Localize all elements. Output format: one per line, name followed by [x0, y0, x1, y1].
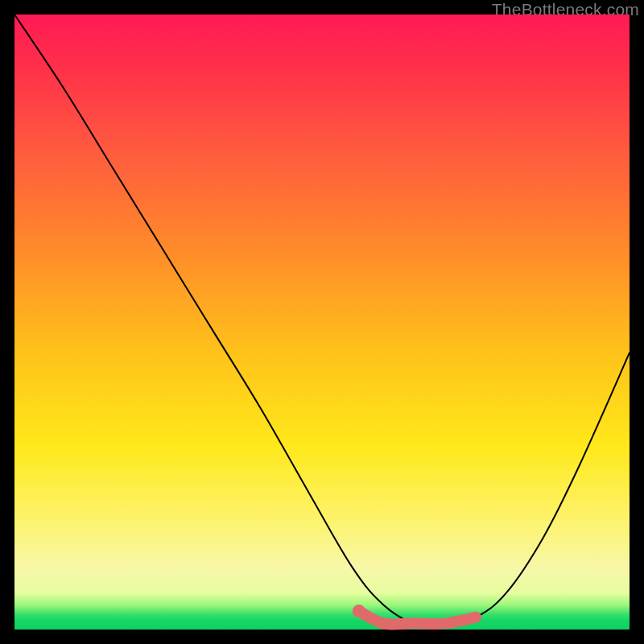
chart-svg — [14, 14, 630, 630]
optimal-range-highlight — [359, 611, 476, 625]
optimal-start-dot-icon — [353, 605, 365, 617]
plot-area — [14, 14, 630, 630]
chart-stage: TheBottleneck.com — [0, 0, 644, 644]
bottleneck-curve — [14, 14, 630, 625]
